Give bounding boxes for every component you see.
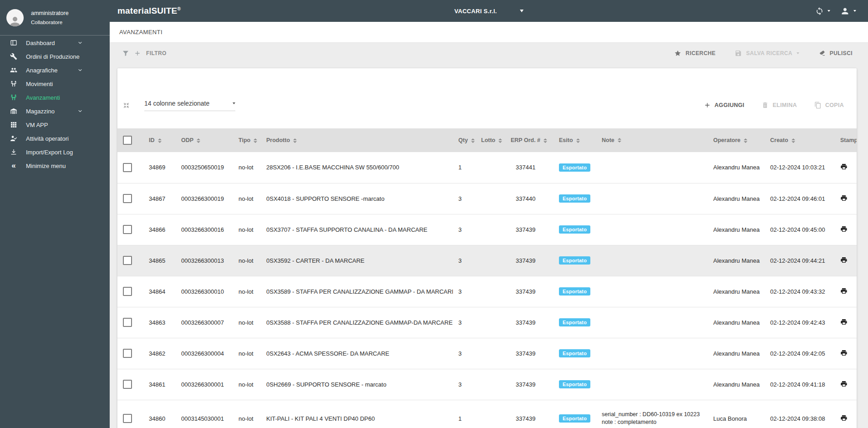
column-header-id[interactable]: ID: [143, 128, 178, 152]
salva-ricerca-button[interactable]: SALVA RICERCA: [735, 50, 799, 57]
select-all-checkbox[interactable]: [123, 136, 132, 145]
compress-icon[interactable]: [123, 102, 130, 109]
print-icon[interactable]: [840, 287, 848, 295]
column-header-label: Creato: [770, 137, 788, 143]
table-body: 348690003250650019no-lot28SX206 - I.E.BA…: [117, 152, 857, 428]
sync-icon[interactable]: [815, 7, 824, 15]
elimina-button[interactable]: ELIMINA: [761, 102, 797, 109]
company-selector[interactable]: VACCARI S.r.l.: [454, 8, 523, 15]
cell-id: 34869: [143, 152, 178, 183]
row-checkbox[interactable]: [123, 349, 132, 358]
cell-erp: 337439: [506, 276, 554, 307]
eraser-icon: [818, 50, 826, 57]
column-header-odp[interactable]: ODP: [178, 128, 234, 152]
ricerche-button[interactable]: RICERCHE: [674, 50, 716, 57]
print-icon[interactable]: [840, 318, 848, 326]
print-icon[interactable]: [840, 163, 848, 170]
warehouse-icon: [10, 107, 17, 115]
trash-icon: [761, 102, 769, 109]
columns-select[interactable]: 14 colonne selezionate: [144, 100, 235, 111]
user-menu-caret[interactable]: [853, 10, 856, 12]
table-row: 348610003266300001no-lot0SH2669 - SUPPOR…: [117, 369, 857, 400]
pulisci-button[interactable]: PULISCI: [818, 50, 853, 57]
cell-esito: Esportato: [554, 276, 597, 307]
cell-qty: 1: [453, 400, 477, 428]
copia-button[interactable]: COPIA: [814, 102, 844, 109]
filtro-label[interactable]: FILTRO: [146, 50, 167, 56]
row-checkbox[interactable]: [123, 225, 132, 234]
sort-icon: [792, 138, 795, 143]
cell-prodotto: 0SX3707 - STAFFA SUPPORTO CANALINA - DA …: [263, 214, 453, 245]
print-icon[interactable]: [840, 256, 848, 264]
main-content: FILTRO RICERCHE SALVA RICERCA PULISCI: [110, 43, 868, 428]
cell-tipo: no-lot: [234, 307, 263, 338]
user-block[interactable]: amministratore Collaboratore: [0, 0, 110, 36]
row-checkbox[interactable]: [123, 256, 132, 265]
status-badge: Esportato: [559, 349, 590, 357]
row-checkbox[interactable]: [123, 414, 132, 423]
sidebar-item-label: Import/Export Log: [26, 149, 73, 156]
top-bar: materialSUITE® VACCARI S.r.l.: [110, 0, 868, 22]
sidebar-item-minimize-menu[interactable]: «Minimize menu: [0, 159, 110, 173]
cell-creato: 02-12-2024 09:45:00: [766, 214, 835, 245]
aggiungi-button[interactable]: AGGIUNGI: [704, 102, 745, 109]
data-table: IDODPTipoProdottoQtyLottoERP Ord. #Esito…: [117, 128, 857, 428]
print-icon[interactable]: [840, 380, 848, 387]
user-menu-icon[interactable]: [840, 6, 850, 16]
sidebar-item-ordini-di-produzione[interactable]: Ordini di Produzione: [0, 50, 110, 63]
user-check-icon: [10, 135, 17, 142]
cell-stampa: [835, 400, 857, 428]
cell-id: 34864: [143, 276, 178, 307]
column-header-label: ERP Ord. #: [511, 137, 540, 143]
column-header-operatore[interactable]: Operatore: [708, 128, 766, 152]
cell-id: 34866: [143, 214, 178, 245]
sidebar-item-magazzino[interactable]: Magazzino: [0, 104, 110, 118]
column-header-lotto[interactable]: Lotto: [477, 128, 506, 152]
filter-bar: FILTRO RICERCHE SALVA RICERCA PULISCI: [110, 43, 868, 68]
table-card: 14 colonne selezionate AGGIUNGI ELIMINA …: [117, 68, 857, 428]
add-filter-icon[interactable]: [134, 50, 141, 57]
cell-erp: 337439: [506, 400, 554, 428]
sidebar-item-import-export-log[interactable]: Import/Export Log: [0, 145, 110, 159]
column-header-erp-ord[interactable]: ERP Ord. #: [506, 128, 554, 152]
users-icon: [10, 66, 17, 74]
sidebar-item-movimenti[interactable]: Movimenti: [0, 77, 110, 91]
column-header-tipo[interactable]: Tipo: [234, 128, 263, 152]
cell-erp: 337439: [506, 307, 554, 338]
sort-icon: [293, 138, 297, 143]
sidebar-item-attivit-operatori[interactable]: Attività operatori: [0, 132, 110, 145]
cell-stampa: [835, 307, 857, 338]
row-checkbox[interactable]: [123, 318, 132, 327]
cell-lotto: [477, 245, 506, 276]
column-header-esito[interactable]: Esito: [554, 128, 597, 152]
column-header-note[interactable]: Note: [597, 128, 708, 152]
column-header-prodotto[interactable]: Prodotto: [263, 128, 453, 152]
page-title: AVANZAMENTI: [119, 29, 162, 36]
sync-menu-caret[interactable]: [827, 10, 830, 12]
row-checkbox[interactable]: [123, 163, 132, 172]
company-name: VACCARI S.r.l.: [454, 8, 497, 15]
print-icon[interactable]: [840, 414, 848, 422]
cell-creato: 02-12-2024 09:44:21: [766, 245, 835, 276]
cell-erp: 337439: [506, 214, 554, 245]
column-header-creato[interactable]: Creato: [766, 128, 835, 152]
cell-tipo: no-lot: [234, 338, 263, 369]
row-checkbox[interactable]: [123, 287, 132, 296]
sidebar-item-dashboard[interactable]: Dashboard: [0, 36, 110, 50]
cell-qty: 3: [453, 245, 477, 276]
save-icon: [735, 50, 742, 57]
print-icon[interactable]: [840, 225, 848, 233]
cell-id: 34861: [143, 369, 178, 400]
print-icon[interactable]: [840, 194, 848, 202]
app-window: amministratore Collaboratore DashboardOr…: [0, 0, 868, 428]
cell-qty: 3: [453, 338, 477, 369]
sidebar-item-avanzamenti[interactable]: Avanzamenti: [0, 91, 110, 104]
sidebar-item-vm-app[interactable]: VM APP: [0, 118, 110, 132]
cell-lotto: [477, 214, 506, 245]
column-header-qty[interactable]: Qty: [453, 128, 477, 152]
sidebar-item-label: Attività operatori: [26, 135, 69, 142]
print-icon[interactable]: [840, 349, 848, 357]
row-checkbox[interactable]: [123, 380, 132, 389]
row-checkbox[interactable]: [123, 194, 132, 203]
sidebar-item-anagrafiche[interactable]: Anagrafiche: [0, 63, 110, 77]
